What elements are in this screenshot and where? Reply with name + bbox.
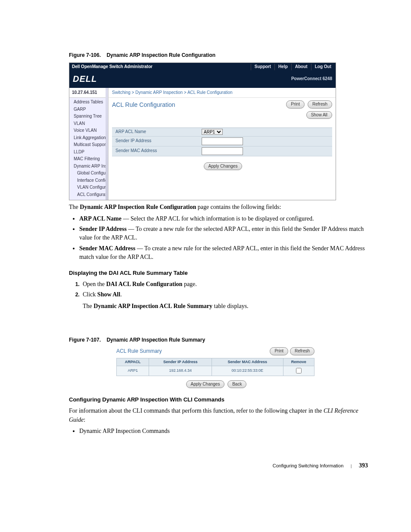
step-2: Click Show All. The Dynamic ARP Inspecti… [81,290,368,311]
cell-sender-ip: 192.168.4.34 [149,366,212,376]
arp-acl-name-select[interactable]: ARP1 [202,129,223,135]
screenshot-rule-config: Dell OpenManage Switch Administrator Sup… [69,62,336,200]
figure-107-title: Dynamic ARP Inspection Rule Summary [106,337,205,343]
figure-106-caption: Figure 7-106. Dynamic ARP Inspection Rul… [69,52,368,59]
field-bullet-list: ARP ACL Name — Select the ARP ACL for wh… [79,215,368,261]
tree-item[interactable]: VLAN [69,120,108,128]
cell-arpacl: ARP1 [117,366,149,376]
footer-separator-icon: | [351,463,352,468]
tree-subitem[interactable]: VLAN Configurati [69,184,108,191]
screenshot-rule-summary: ACL Rule Summary Print Refresh ARPACL Se… [116,347,314,388]
list-item: ARP ACL Name — Select the ARP ACL for wh… [79,215,368,223]
tree-subitem[interactable]: ACL Configuratio [69,191,108,199]
figure-106-prefix: Figure 7-106. [69,52,101,58]
summary-panel-title: ACL Rule Summary [116,348,268,355]
tree-item[interactable]: Spanning Tree [69,113,108,120]
tree-item[interactable]: Dynamic ARP Inspe [69,163,108,170]
tree-item[interactable]: Voice VLAN [69,127,108,134]
tree-subitem[interactable]: Interface Configu [69,177,108,184]
arp-acl-name-label: ARP ACL Name [115,129,202,135]
summary-table: ARPACL Sender IP Address Sender MAC Addr… [116,358,314,376]
print-button[interactable]: Print [286,100,305,109]
figure-107-caption: Figure 7-107. Dynamic ARP Inspection Rul… [69,336,368,344]
cli-paragraph: For information about the CLI commands t… [69,407,368,424]
dell-logo: DELL [73,73,97,85]
tree-item[interactable]: Address Tables [69,99,108,106]
nav-tree[interactable]: Address Tables GARP Spanning Tree VLAN V… [69,98,108,200]
tree-item[interactable]: Multicast Support [69,141,108,149]
refresh-button[interactable]: Refresh [308,100,332,109]
steps-list: Open the DAI ACL Rule Configuration page… [79,280,368,311]
step-1: Open the DAI ACL Rule Configuration page… [81,280,368,289]
col-sender-ip: Sender IP Address [149,358,212,366]
link-logout[interactable]: Log Out [311,64,331,70]
tree-subitem[interactable]: Global Configurat [69,170,108,177]
sender-ip-input[interactable] [202,137,243,145]
page-number: 393 [359,462,368,469]
apply-changes-button[interactable]: Apply Changes [204,162,243,171]
scrollbar-icon[interactable] [106,88,108,200]
page-footer: Configuring Switching Information | 393 [69,461,368,470]
panel-title: ACL Rule Configuration [112,100,284,109]
link-about[interactable]: About [291,64,308,70]
subhead-cli: Configuring Dynamic ARP Inspection With … [69,396,368,404]
show-all-button[interactable]: Show All [306,111,332,119]
main-panel: Switching > Dynamic ARP Inspection > ACL… [109,88,336,200]
tree-item[interactable]: LLDP [69,149,108,156]
step-result: The Dynamic ARP Inspection ACL Rule Summ… [83,302,368,311]
col-arpacl: ARPACL [117,358,149,366]
link-help[interactable]: Help [274,64,288,70]
sender-ip-label: Sender IP Address [115,138,202,144]
footer-title: Configuring Switching Information [273,463,343,468]
left-nav: 10.27.64.151 Address Tables GARP Spannin… [69,88,109,200]
cell-remove [283,366,314,376]
col-remove: Remove [283,358,314,366]
app-topbar: Dell OpenManage Switch Administrator Sup… [69,63,336,71]
sender-mac-label: Sender MAC Address [115,148,202,154]
tree-item[interactable]: MAC Filtering [69,156,108,163]
figure-107-prefix: Figure 7-107. [69,337,101,343]
col-sender-mac: Sender MAC Address [212,358,283,366]
link-support[interactable]: Support [251,64,271,70]
remove-checkbox[interactable] [296,368,302,373]
sender-mac-input[interactable] [202,147,243,155]
tree-item[interactable]: Link Aggregation [69,134,108,142]
app-title: Dell OpenManage Switch Administrator [72,64,153,70]
list-item: Sender MAC Address — To create a new rul… [79,244,368,262]
subhead-display-summary: Displaying the DAI ACL Rule Summary Tabl… [69,269,368,277]
figure-106-title: Dynamic ARP Inspection Rule Configuratio… [106,52,215,58]
model-label: PowerConnect 6248 [291,76,332,82]
list-item: Sender IP Address — To create a new rule… [79,225,368,243]
brand-bar: DELL PowerConnect 6248 [69,71,336,88]
ip-address: 10.27.64.151 [69,88,108,98]
table-row: ARP1 192.168.4.34 00:10:22:55:33:0E [117,366,314,376]
breadcrumb: Switching > Dynamic ARP Inspection > ACL… [109,88,336,98]
list-item: Dynamic ARP Inspection Commands [79,427,368,436]
apply-changes-button[interactable]: Apply Changes [186,380,225,389]
rule-form: ARP ACL Name ARP1 Sender IP Address Send… [112,128,332,156]
tree-item[interactable]: GARP [69,106,108,113]
print-button[interactable]: Print [270,347,288,355]
refresh-button[interactable]: Refresh [290,347,314,355]
cli-bullet-list: Dynamic ARP Inspection Commands [79,427,368,436]
cell-sender-mac: 00:10:22:55:33:0E [212,366,283,376]
back-button[interactable]: Back [227,380,246,389]
intro-paragraph: The Dynamic ARP Inspection Rule Configur… [69,203,368,212]
